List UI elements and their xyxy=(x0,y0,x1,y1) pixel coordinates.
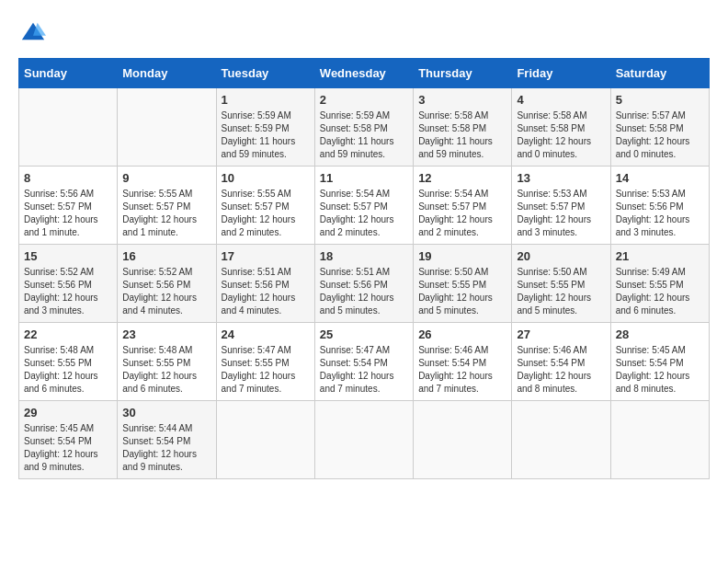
day-number: 10 xyxy=(222,171,310,185)
calendar-cell xyxy=(414,400,512,478)
day-number: 27 xyxy=(517,327,605,341)
day-number: 16 xyxy=(122,249,210,263)
day-info: Sunrise: 5:47 AM Sunset: 5:55 PM Dayligh… xyxy=(222,344,310,396)
day-info: Sunrise: 5:52 AM Sunset: 5:56 PM Dayligh… xyxy=(122,266,210,317)
day-info: Sunrise: 5:53 AM Sunset: 5:56 PM Dayligh… xyxy=(616,188,704,239)
calendar-cell xyxy=(216,400,314,478)
day-number: 19 xyxy=(418,249,506,263)
calendar-cell: 29 Sunrise: 5:45 AM Sunset: 5:54 PM Dayl… xyxy=(19,400,118,478)
logo-icon xyxy=(20,18,46,44)
calendar-week-1: 8 Sunrise: 5:56 AM Sunset: 5:57 PM Dayli… xyxy=(19,166,710,244)
day-number: 2 xyxy=(320,93,408,107)
day-number: 13 xyxy=(517,171,605,185)
calendar-cell: 1 Sunrise: 5:59 AM Sunset: 5:59 PM Dayli… xyxy=(216,87,314,166)
day-info: Sunrise: 5:48 AM Sunset: 5:55 PM Dayligh… xyxy=(24,344,112,396)
day-number: 8 xyxy=(24,171,112,185)
day-info: Sunrise: 5:46 AM Sunset: 5:54 PM Dayligh… xyxy=(418,344,506,396)
calendar-cell xyxy=(19,87,118,166)
day-info: Sunrise: 5:58 AM Sunset: 5:58 PM Dayligh… xyxy=(418,109,506,161)
page-header xyxy=(18,18,710,49)
day-info: Sunrise: 5:49 AM Sunset: 5:55 PM Dayligh… xyxy=(616,266,704,317)
calendar-cell: 5 Sunrise: 5:57 AM Sunset: 5:58 PM Dayli… xyxy=(610,87,709,166)
calendar-cell xyxy=(314,400,413,478)
day-number: 25 xyxy=(320,327,408,341)
calendar-cell: 4 Sunrise: 5:58 AM Sunset: 5:58 PM Dayli… xyxy=(512,87,610,166)
day-info: Sunrise: 5:51 AM Sunset: 5:56 PM Dayligh… xyxy=(222,266,310,317)
day-info: Sunrise: 5:47 AM Sunset: 5:54 PM Dayligh… xyxy=(320,344,408,396)
day-info: Sunrise: 5:52 AM Sunset: 5:56 PM Dayligh… xyxy=(24,266,112,317)
calendar-cell: 24 Sunrise: 5:47 AM Sunset: 5:55 PM Dayl… xyxy=(216,322,314,400)
day-info: Sunrise: 5:50 AM Sunset: 5:55 PM Dayligh… xyxy=(418,266,506,317)
calendar-cell: 10 Sunrise: 5:55 AM Sunset: 5:57 PM Dayl… xyxy=(216,166,314,244)
day-info: Sunrise: 5:50 AM Sunset: 5:55 PM Dayligh… xyxy=(517,266,605,317)
calendar-cell: 13 Sunrise: 5:53 AM Sunset: 5:57 PM Dayl… xyxy=(512,166,610,244)
calendar-cell: 14 Sunrise: 5:53 AM Sunset: 5:56 PM Dayl… xyxy=(610,166,709,244)
day-number: 24 xyxy=(222,327,310,341)
day-number: 21 xyxy=(616,249,704,263)
day-number: 18 xyxy=(320,249,408,263)
calendar-cell: 23 Sunrise: 5:48 AM Sunset: 5:55 PM Dayl… xyxy=(118,322,216,400)
calendar-week-4: 29 Sunrise: 5:45 AM Sunset: 5:54 PM Dayl… xyxy=(19,400,710,478)
day-number: 29 xyxy=(24,406,112,419)
day-number: 12 xyxy=(418,171,506,185)
day-info: Sunrise: 5:53 AM Sunset: 5:57 PM Dayligh… xyxy=(517,188,605,239)
calendar-header: SundayMondayTuesdayWednesdayThursdayFrid… xyxy=(19,58,710,87)
day-info: Sunrise: 5:58 AM Sunset: 5:58 PM Dayligh… xyxy=(517,109,605,161)
day-info: Sunrise: 5:54 AM Sunset: 5:57 PM Dayligh… xyxy=(320,188,408,239)
header-cell-friday: Friday xyxy=(512,58,610,87)
day-number: 14 xyxy=(616,171,704,185)
day-number: 11 xyxy=(320,171,408,185)
calendar-cell: 18 Sunrise: 5:51 AM Sunset: 5:56 PM Dayl… xyxy=(314,244,413,322)
calendar-cell: 30 Sunrise: 5:44 AM Sunset: 5:54 PM Dayl… xyxy=(118,400,216,478)
day-number: 23 xyxy=(122,327,210,341)
calendar-cell: 28 Sunrise: 5:45 AM Sunset: 5:54 PM Dayl… xyxy=(610,322,709,400)
calendar-cell: 19 Sunrise: 5:50 AM Sunset: 5:55 PM Dayl… xyxy=(414,244,512,322)
calendar-cell: 12 Sunrise: 5:54 AM Sunset: 5:57 PM Dayl… xyxy=(414,166,512,244)
day-number: 5 xyxy=(616,93,704,107)
day-number: 26 xyxy=(418,327,506,341)
day-info: Sunrise: 5:46 AM Sunset: 5:54 PM Dayligh… xyxy=(517,344,605,396)
day-info: Sunrise: 5:45 AM Sunset: 5:54 PM Dayligh… xyxy=(24,422,112,474)
day-info: Sunrise: 5:45 AM Sunset: 5:54 PM Dayligh… xyxy=(616,344,704,396)
day-number: 4 xyxy=(517,93,605,107)
day-info: Sunrise: 5:48 AM Sunset: 5:55 PM Dayligh… xyxy=(122,344,210,396)
day-number: 9 xyxy=(122,171,210,185)
calendar-cell: 20 Sunrise: 5:50 AM Sunset: 5:55 PM Dayl… xyxy=(512,244,610,322)
header-cell-tuesday: Tuesday xyxy=(216,58,314,87)
day-info: Sunrise: 5:54 AM Sunset: 5:57 PM Dayligh… xyxy=(418,188,506,239)
calendar-cell: 21 Sunrise: 5:49 AM Sunset: 5:55 PM Dayl… xyxy=(610,244,709,322)
calendar-cell: 16 Sunrise: 5:52 AM Sunset: 5:56 PM Dayl… xyxy=(118,244,216,322)
calendar-cell: 25 Sunrise: 5:47 AM Sunset: 5:54 PM Dayl… xyxy=(314,322,413,400)
calendar-table: SundayMondayTuesdayWednesdayThursdayFrid… xyxy=(18,58,710,479)
calendar-cell: 3 Sunrise: 5:58 AM Sunset: 5:58 PM Dayli… xyxy=(414,87,512,166)
header-row: SundayMondayTuesdayWednesdayThursdayFrid… xyxy=(19,58,710,87)
calendar-cell: 27 Sunrise: 5:46 AM Sunset: 5:54 PM Dayl… xyxy=(512,322,610,400)
header-cell-wednesday: Wednesday xyxy=(314,58,413,87)
day-number: 28 xyxy=(616,327,704,341)
day-number: 1 xyxy=(222,93,310,107)
calendar-cell: 26 Sunrise: 5:46 AM Sunset: 5:54 PM Dayl… xyxy=(414,322,512,400)
calendar-cell: 8 Sunrise: 5:56 AM Sunset: 5:57 PM Dayli… xyxy=(19,166,118,244)
day-info: Sunrise: 5:55 AM Sunset: 5:57 PM Dayligh… xyxy=(222,188,310,239)
header-cell-sunday: Sunday xyxy=(19,58,118,87)
calendar-cell: 2 Sunrise: 5:59 AM Sunset: 5:58 PM Dayli… xyxy=(314,87,413,166)
day-number: 3 xyxy=(418,93,506,107)
calendar-cell: 9 Sunrise: 5:55 AM Sunset: 5:57 PM Dayli… xyxy=(118,166,216,244)
day-info: Sunrise: 5:44 AM Sunset: 5:54 PM Dayligh… xyxy=(122,422,210,474)
calendar-cell: 11 Sunrise: 5:54 AM Sunset: 5:57 PM Dayl… xyxy=(314,166,413,244)
day-number: 17 xyxy=(222,249,310,263)
header-cell-thursday: Thursday xyxy=(414,58,512,87)
calendar-cell xyxy=(118,87,216,166)
calendar-cell: 22 Sunrise: 5:48 AM Sunset: 5:55 PM Dayl… xyxy=(19,322,118,400)
day-number: 20 xyxy=(517,249,605,263)
day-info: Sunrise: 5:56 AM Sunset: 5:57 PM Dayligh… xyxy=(24,188,112,239)
header-cell-monday: Monday xyxy=(118,58,216,87)
day-info: Sunrise: 5:59 AM Sunset: 5:58 PM Dayligh… xyxy=(320,109,408,161)
calendar-cell: 15 Sunrise: 5:52 AM Sunset: 5:56 PM Dayl… xyxy=(19,244,118,322)
day-info: Sunrise: 5:51 AM Sunset: 5:56 PM Dayligh… xyxy=(320,266,408,317)
calendar-cell xyxy=(610,400,709,478)
logo xyxy=(18,18,46,49)
calendar-cell xyxy=(512,400,610,478)
calendar-week-0: 1 Sunrise: 5:59 AM Sunset: 5:59 PM Dayli… xyxy=(19,87,710,166)
calendar-week-2: 15 Sunrise: 5:52 AM Sunset: 5:56 PM Dayl… xyxy=(19,244,710,322)
